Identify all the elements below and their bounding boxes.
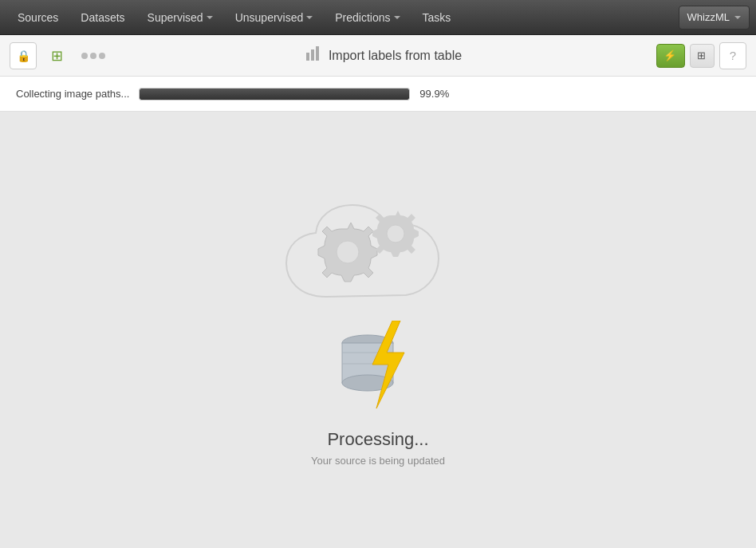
nav-datasets[interactable]: Datasets bbox=[69, 0, 136, 35]
progress-label: Collecting image paths... bbox=[16, 88, 129, 100]
processing-subtitle: Your source is being updated bbox=[311, 455, 445, 467]
table-icon: ⊞ bbox=[51, 47, 63, 65]
chevron-down-icon bbox=[207, 16, 213, 19]
svg-point-4 bbox=[387, 225, 404, 242]
nav-supervised[interactable]: Supervised bbox=[136, 0, 224, 35]
lightning-icon bbox=[360, 321, 412, 408]
options-icon: ⊞ bbox=[697, 49, 706, 61]
toolbar-actions: ⚡ ⊞ ? bbox=[656, 42, 746, 69]
nav-sources[interactable]: Sources bbox=[6, 0, 69, 35]
svg-rect-2 bbox=[316, 46, 319, 61]
chevron-down-icon bbox=[306, 16, 313, 19]
chevron-down-icon bbox=[394, 16, 400, 19]
dot-3 bbox=[99, 53, 105, 59]
lock-button[interactable]: 🔒 bbox=[10, 42, 37, 69]
dot-2 bbox=[90, 53, 96, 59]
progress-percent: 99.9% bbox=[419, 88, 449, 100]
svg-marker-10 bbox=[372, 321, 404, 408]
dataset-icon-button[interactable]: ⊞ bbox=[43, 42, 70, 69]
toolbar: 🔒 ⊞ Import labels from table ⚡ ⊞ ? bbox=[0, 35, 756, 77]
dot-1 bbox=[81, 53, 88, 59]
toolbar-title-text: Import labels from table bbox=[329, 49, 462, 63]
nav-unsupervised[interactable]: Unsupervised bbox=[224, 0, 325, 35]
user-menu[interactable]: WhizzML bbox=[679, 6, 750, 30]
help-button[interactable]: ? bbox=[719, 42, 746, 69]
processing-title: Processing... bbox=[327, 429, 428, 450]
processing-illustration bbox=[266, 193, 490, 416]
more-button[interactable]: ⊞ bbox=[690, 44, 715, 68]
chevron-down-icon bbox=[734, 16, 741, 19]
svg-rect-1 bbox=[311, 49, 314, 61]
refresh-button[interactable]: ⚡ bbox=[656, 44, 685, 68]
gear-small-icon bbox=[370, 209, 422, 261]
navbar: Sources Datasets Supervised Unsupervised… bbox=[0, 0, 756, 35]
progress-section: Collecting image paths... 99.9% bbox=[0, 77, 756, 112]
dots-menu[interactable] bbox=[77, 49, 110, 62]
lock-icon: 🔒 bbox=[17, 49, 30, 62]
refresh-icon: ⚡ bbox=[663, 49, 676, 61]
nav-predictions[interactable]: Predictions bbox=[324, 0, 411, 35]
main-content: Processing... Your source is being updat… bbox=[0, 112, 756, 548]
progress-bar bbox=[139, 88, 410, 101]
svg-rect-0 bbox=[306, 53, 309, 61]
toolbar-title-area: Import labels from table bbox=[116, 45, 650, 66]
svg-point-3 bbox=[337, 241, 359, 263]
progress-bar-fill bbox=[140, 89, 409, 100]
bar-chart-icon bbox=[305, 45, 322, 66]
nav-tasks[interactable]: Tasks bbox=[411, 0, 463, 35]
